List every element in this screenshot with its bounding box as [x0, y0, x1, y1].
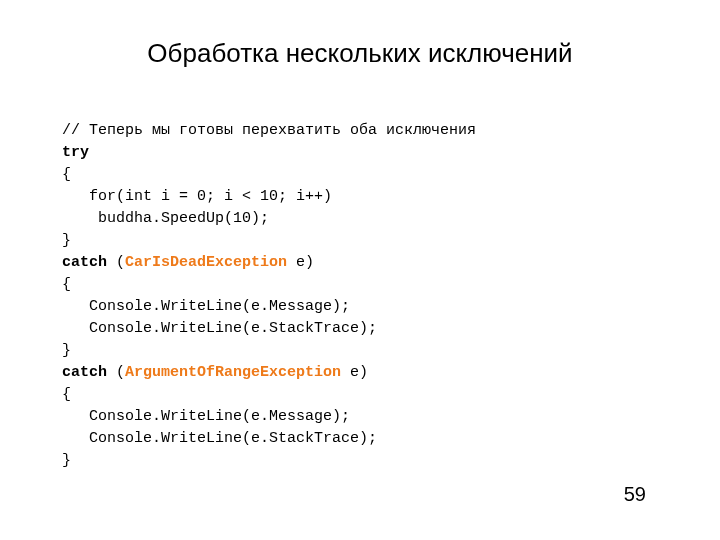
- code-line: for(int i = 0; i < 10; i++): [62, 188, 332, 205]
- code-line: }: [62, 452, 71, 469]
- keyword-catch: catch: [62, 364, 107, 381]
- code-line: Console.WriteLine(e.Message);: [62, 298, 350, 315]
- exception-type: CarIsDeadException: [125, 254, 287, 271]
- code-line: Console.WriteLine(e.StackTrace);: [62, 430, 377, 447]
- slide: Обработка нескольких исключений // Тепер…: [0, 0, 720, 540]
- keyword-catch: catch: [62, 254, 107, 271]
- page-number: 59: [624, 483, 646, 506]
- code-line: // Теперь мы готовы перехватить оба искл…: [62, 122, 476, 139]
- code-line: Console.WriteLine(e.Message);: [62, 408, 350, 425]
- code-text: e): [341, 364, 368, 381]
- code-line: {: [62, 276, 71, 293]
- code-line: {: [62, 166, 71, 183]
- code-line: }: [62, 342, 71, 359]
- code-text: (: [107, 364, 125, 381]
- code-line: {: [62, 386, 71, 403]
- exception-type: ArgumentOfRangeException: [125, 364, 341, 381]
- keyword-try: try: [62, 144, 89, 161]
- code-line: Console.WriteLine(e.StackTrace);: [62, 320, 377, 337]
- code-line: buddha.SpeedUp(10);: [62, 210, 269, 227]
- code-block: // Теперь мы готовы перехватить оба искл…: [62, 120, 476, 472]
- code-text: e): [287, 254, 314, 271]
- code-line: }: [62, 232, 71, 249]
- code-text: (: [107, 254, 125, 271]
- slide-title: Обработка нескольких исключений: [0, 38, 720, 69]
